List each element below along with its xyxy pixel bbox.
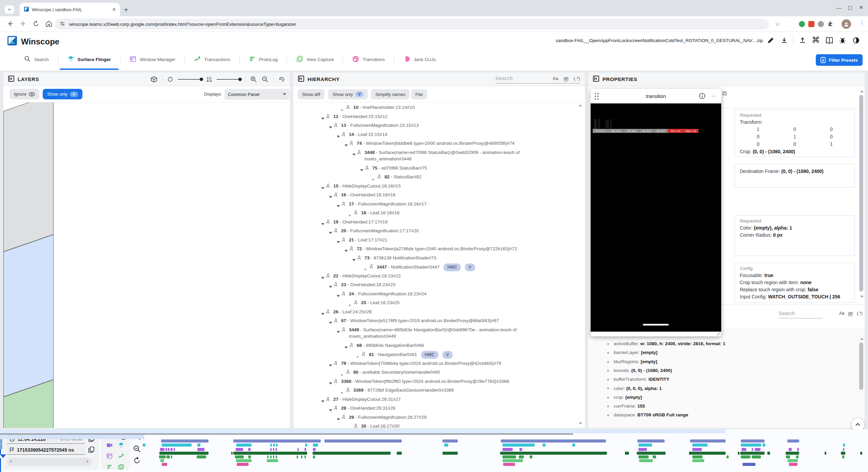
hierarchy-row[interactable]: Д12 - OneHanded:15:15#12	[293, 113, 585, 122]
hierarchy-row[interactable]: Д3368 - WindowToken{f6b2f60 type=2024 an…	[293, 378, 585, 387]
hierarchy-row[interactable]: Д24 - FullscreenMagnification:18:23#24	[293, 290, 585, 299]
timeline-block[interactable]	[166, 455, 170, 458]
hierarchy-search-input[interactable]: Search Aa ab (.*)	[495, 75, 580, 83]
timeline-block[interactable]	[301, 455, 302, 458]
url-bar[interactable]: winscope.teams.x20web.corp.google.com/pr…	[55, 19, 769, 29]
expand-arrow-icon[interactable]	[352, 154, 356, 156]
transition-overlay-window[interactable]: transition _ P: 0 / 1dX: 0.0dY: 0.0Xv: 0…	[591, 89, 721, 336]
property-item[interactable]: currFrame: 155	[607, 404, 645, 409]
timeline-block[interactable]	[270, 455, 272, 458]
hierarchy-row[interactable]: Д75 - ed70f88 StatusBar#75	[293, 164, 585, 174]
expand-arrow-icon[interactable]	[344, 144, 348, 146]
timeline-block[interactable]	[530, 455, 532, 458]
timeline-block[interactable]	[740, 452, 765, 455]
tab-search[interactable]: Search	[15, 50, 58, 69]
overlay-title-bar[interactable]: transition _	[591, 89, 721, 103]
hierarchy-row[interactable]: Д3369 - 67726bf EdgeBackGestureHandler0#…	[293, 387, 585, 396]
displays-select[interactable]: Common Panel	[224, 89, 290, 100]
expand-arrow-icon[interactable]	[337, 418, 340, 420]
collapse-filter-icon[interactable]	[120, 433, 127, 441]
window-minimize-icon[interactable]: —	[836, 5, 842, 11]
timeline-block[interactable]	[248, 448, 251, 451]
expand-arrow-icon[interactable]	[321, 277, 324, 279]
timeline-block[interactable]	[727, 455, 729, 458]
zoom-window-handle[interactable]	[0, 439, 2, 444]
frame-nav-slider[interactable]: ‹ ›	[7, 458, 92, 466]
timeline-block[interactable]	[689, 452, 726, 455]
zoom-in-icon[interactable]	[250, 76, 257, 83]
collapse-panel-icon[interactable]	[8, 76, 14, 83]
extension-icon[interactable]	[808, 21, 814, 27]
timeline-block[interactable]	[174, 448, 175, 451]
timeline-block[interactable]	[236, 448, 243, 451]
reload-icon[interactable]	[32, 20, 40, 29]
hierarchy-row[interactable]: Д3448 - Surface(name=ed70f88 StatusBar)/…	[293, 149, 585, 164]
timeline-block[interactable]	[501, 439, 606, 442]
timeline-block[interactable]	[444, 444, 448, 447]
tab-view-capture[interactable]: View Capture	[287, 50, 343, 69]
timeline-block[interactable]	[442, 452, 458, 455]
tab-protolog[interactable]: ProtoLog	[240, 50, 287, 69]
timeline-block[interactable]	[248, 455, 251, 458]
expand-arrow-icon[interactable]	[337, 241, 340, 243]
hierarchy-row[interactable]: Д27 - HideDisplayCutout:26:31#27	[293, 396, 585, 405]
expand-arrow-icon[interactable]	[321, 313, 324, 315]
timeline-block[interactable]	[165, 448, 167, 451]
timeline-block[interactable]	[297, 455, 298, 458]
hierarchy-row[interactable]: Д3447 - NotificationShade#3447HWCV	[293, 263, 585, 272]
tab-transitions[interactable]: Transitions	[343, 50, 394, 69]
timeline-block[interactable]	[797, 448, 799, 451]
timeline-block[interactable]	[692, 448, 702, 451]
timeline-block[interactable]	[273, 444, 275, 447]
property-item[interactable]: bufferTransform: IDENTITY	[607, 377, 669, 382]
timeline-block[interactable]	[162, 463, 167, 466]
timeline-block[interactable]	[159, 452, 209, 455]
match-word-toggle[interactable]: ab	[564, 76, 569, 81]
expand-arrow-icon[interactable]	[329, 232, 332, 234]
minimize-icon[interactable]: _	[712, 90, 715, 97]
3d-view-icon[interactable]	[151, 76, 157, 83]
hierarchy-row[interactable]: Д16 - OneHanded:16:16#16	[293, 191, 585, 200]
expand-arrow-icon[interactable]	[337, 331, 340, 333]
spacing-slider[interactable]	[217, 79, 240, 80]
hierarchy-row[interactable]: Д13 - FullscreenMagnification:15:15#13	[293, 122, 585, 131]
timeline-block[interactable]	[503, 463, 515, 466]
timeline-block[interactable]	[692, 459, 704, 462]
avatar[interactable]	[842, 19, 851, 29]
timeline-block[interactable]	[572, 444, 575, 447]
layers-3d-canvas[interactable]: ScreenDecorOverlayBottom#61ScreenDecorOv…	[3, 102, 290, 428]
match-word-toggle[interactable]: ab	[848, 311, 853, 316]
expand-arrow-icon[interactable]	[329, 382, 332, 385]
hierarchy-row[interactable]: Д21 - Leaf:17:17#21	[293, 236, 585, 245]
timeline-block[interactable]	[159, 455, 166, 458]
tab-search-chevron-icon[interactable]	[5, 5, 14, 14]
hierarchy-row[interactable]: Д81 - NavigationBar0#81HWCV	[293, 351, 585, 360]
filter-presets-button[interactable]: Filter Presets	[816, 54, 863, 66]
timeline-block[interactable]	[755, 448, 761, 451]
expand-arrow-icon[interactable]	[321, 223, 324, 225]
timeline-block[interactable]	[273, 455, 274, 458]
new-tab-button[interactable]: +	[124, 6, 128, 14]
property-item[interactable]: barrierLayer: [empty]	[607, 350, 657, 355]
info-icon[interactable]	[699, 93, 706, 100]
timeline-block[interactable]	[160, 459, 164, 462]
timeline-block[interactable]	[197, 455, 206, 458]
expand-arrow-icon[interactable]	[337, 136, 340, 138]
properties-search-input[interactable]: Search	[779, 310, 823, 318]
timeline-block[interactable]	[273, 448, 274, 451]
timeline-block[interactable]	[143, 444, 145, 447]
timeline-block[interactable]	[502, 444, 535, 447]
theme-toggle-icon[interactable]	[852, 37, 860, 45]
hierarchy-row[interactable]: Д82 - StatusBar#82	[293, 173, 585, 182]
timeline-block[interactable]	[161, 439, 209, 442]
scrollbar-arrow[interactable]	[860, 90, 864, 92]
rotation-slider[interactable]	[178, 79, 202, 80]
property-item[interactable]: bounds: (0, 0) - (1080, 2400)	[607, 368, 672, 373]
window-manager-icon[interactable]	[106, 453, 113, 460]
surface-flinger-icon[interactable]	[118, 442, 124, 450]
timeline-block[interactable]	[843, 444, 845, 447]
back-icon[interactable]	[6, 20, 14, 29]
hierarchy-row[interactable]: Д25 - Leaf:18:23#25	[293, 299, 585, 308]
nanoseconds-field[interactable]: 1715339054227572545 ns	[7, 446, 85, 455]
hierarchy-row[interactable]: Д67 - WindowToken{e5176f9 type=2019 andr…	[293, 317, 585, 326]
